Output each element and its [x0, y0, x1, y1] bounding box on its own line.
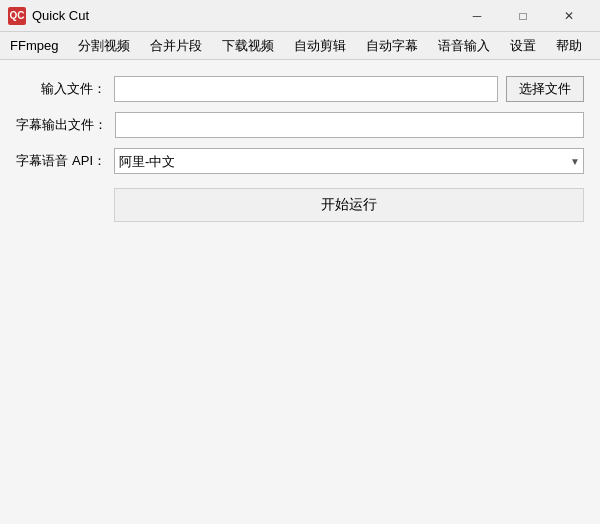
run-button[interactable]: 开始运行 [114, 188, 584, 222]
title-bar-controls: ─ □ ✕ [454, 0, 592, 32]
close-button[interactable]: ✕ [546, 0, 592, 32]
menu-download-video[interactable]: 下载视频 [212, 32, 284, 59]
maximize-button[interactable]: □ [500, 0, 546, 32]
menu-auto-cut[interactable]: 自动剪辑 [284, 32, 356, 59]
menu-bar: FFmpeg 分割视频 合并片段 下载视频 自动剪辑 自动字幕 语音输入 设置 … [0, 32, 600, 60]
menu-voice-input[interactable]: 语音输入 [428, 32, 500, 59]
browse-file-button[interactable]: 选择文件 [506, 76, 584, 102]
menu-split-video[interactable]: 分割视频 [68, 32, 140, 59]
title-bar-left: QC Quick Cut [8, 7, 89, 25]
api-row: 字幕语音 API： 阿里-中文 百度-中文 讯飞-中文 ▼ [16, 148, 584, 174]
main-content: 输入文件： 选择文件 字幕输出文件： 字幕语音 API： 阿里-中文 百度-中文… [0, 60, 600, 524]
output-file-label: 字幕输出文件： [16, 116, 107, 134]
output-file-row: 字幕输出文件： [16, 112, 584, 138]
title-bar: QC Quick Cut ─ □ ✕ [0, 0, 600, 32]
api-label: 字幕语音 API： [16, 152, 106, 170]
input-file-field[interactable] [114, 76, 498, 102]
app-title: Quick Cut [32, 8, 89, 23]
input-file-label: 输入文件： [16, 80, 106, 98]
menu-ffmpeg[interactable]: FFmpeg [0, 32, 68, 59]
menu-merge-segments[interactable]: 合并片段 [140, 32, 212, 59]
menu-settings[interactable]: 设置 [500, 32, 546, 59]
menu-help[interactable]: 帮助 [546, 32, 592, 59]
run-button-row: 开始运行 [16, 184, 584, 222]
app-icon: QC [8, 7, 26, 25]
minimize-button[interactable]: ─ [454, 0, 500, 32]
api-select-wrapper: 阿里-中文 百度-中文 讯飞-中文 ▼ [114, 148, 584, 174]
api-select[interactable]: 阿里-中文 百度-中文 讯飞-中文 [114, 148, 584, 174]
bottom-spacer [16, 232, 584, 508]
output-file-field[interactable] [115, 112, 584, 138]
menu-auto-subtitle[interactable]: 自动字幕 [356, 32, 428, 59]
input-file-row: 输入文件： 选择文件 [16, 76, 584, 102]
